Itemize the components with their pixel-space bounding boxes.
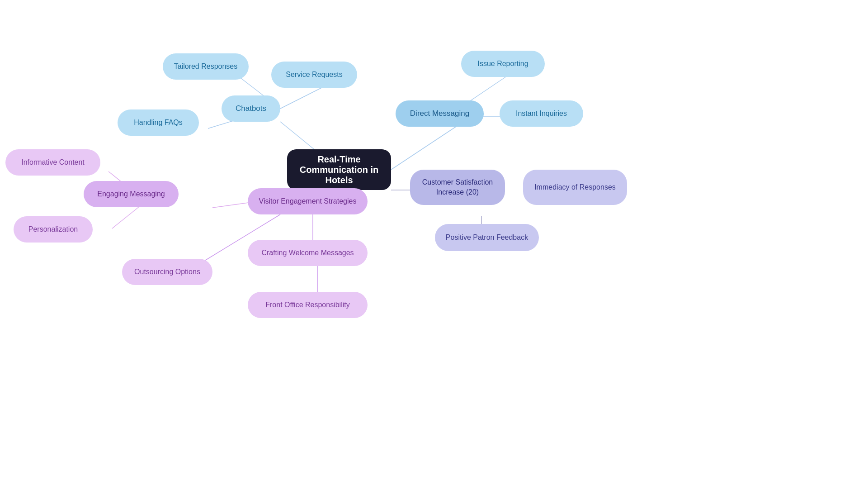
service-requests-node: Service Requests bbox=[271, 62, 357, 88]
tailored-responses-node: Tailored Responses bbox=[163, 53, 249, 80]
center-label: Real-Time Communication in Hotels bbox=[297, 154, 381, 186]
informative-content-node: Informative Content bbox=[5, 149, 100, 176]
engaging-messaging-node: Engaging Messaging bbox=[84, 181, 179, 207]
visitor-engagement-node: Visitor Engagement Strategies bbox=[248, 188, 368, 214]
instant-inquiries-node: Instant Inquiries bbox=[500, 100, 583, 127]
frontoffice-label: Front Office Responsibility bbox=[265, 301, 349, 309]
visitor-label: Visitor Engagement Strategies bbox=[259, 197, 357, 205]
direct-msg-label: Direct Messaging bbox=[410, 109, 469, 118]
center-node: Real-Time Communication in Hotels bbox=[287, 149, 391, 190]
engaging-label: Engaging Messaging bbox=[97, 190, 165, 198]
immediacy-label: Immediacy of Responses bbox=[534, 183, 616, 191]
direct-messaging-node: Direct Messaging bbox=[396, 100, 484, 127]
immediacy-node: Immediacy of Responses bbox=[523, 170, 627, 205]
issue-reporting-node: Issue Reporting bbox=[461, 51, 545, 77]
svg-line-4 bbox=[391, 126, 457, 170]
crafting-welcome-node: Crafting Welcome Messages bbox=[248, 240, 368, 266]
front-office-node: Front Office Responsibility bbox=[248, 292, 368, 318]
positive-feedback-node: Positive Patron Feedback bbox=[435, 224, 539, 251]
service-label: Service Requests bbox=[286, 71, 342, 79]
instant-label: Instant Inquiries bbox=[516, 109, 567, 118]
issue-label: Issue Reporting bbox=[477, 60, 528, 68]
personalization-node: Personalization bbox=[14, 216, 93, 243]
personalization-label: Personalization bbox=[28, 225, 78, 233]
crafting-label: Crafting Welcome Messages bbox=[261, 249, 354, 257]
customer-satisfaction-node: Customer Satisfaction Increase (20) bbox=[410, 170, 505, 205]
customsat-label: Customer Satisfaction Increase (20) bbox=[422, 177, 493, 198]
svg-line-9 bbox=[112, 206, 140, 228]
chatbots-node: Chatbots bbox=[222, 95, 280, 122]
chatbots-label: Chatbots bbox=[236, 104, 266, 113]
handling-faqs-node: Handling FAQs bbox=[118, 109, 199, 136]
outsourcing-options-node: Outsourcing Options bbox=[122, 259, 212, 285]
handling-label: Handling FAQs bbox=[134, 119, 183, 127]
informative-label: Informative Content bbox=[21, 158, 85, 167]
tailored-label: Tailored Responses bbox=[174, 62, 238, 71]
positive-label: Positive Patron Feedback bbox=[446, 233, 528, 242]
outsourcing-label: Outsourcing Options bbox=[134, 268, 200, 276]
